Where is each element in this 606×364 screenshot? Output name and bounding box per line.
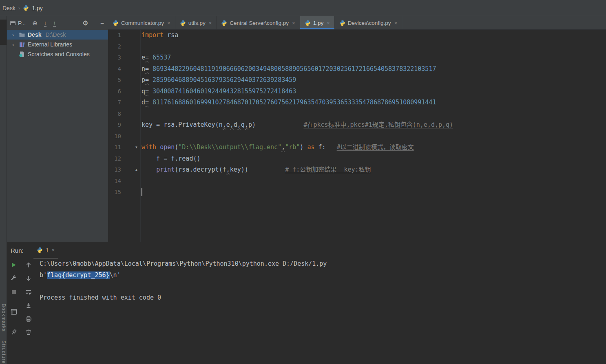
editor-tab[interactable]: 1.py× [300, 16, 335, 29]
tree-chevron-icon[interactable]: › [12, 32, 16, 38]
libraries-icon [19, 41, 25, 48]
stop-icon [10, 289, 18, 297]
line-number: 4 [108, 64, 121, 75]
fold-marker-icon[interactable]: ▾ [121, 142, 140, 153]
tree-item-label: External Libraries [28, 41, 72, 48]
arrow-down-icon[interactable] [25, 275, 33, 283]
gutter-separator [140, 30, 141, 242]
editor-tab[interactable]: Devices\config.py× [335, 16, 402, 29]
project-stripe-active-indicator[interactable] [0, 20, 7, 45]
line-number: 6 [108, 86, 121, 97]
fold-marker-icon[interactable]: ▴ [121, 164, 140, 176]
soft-wrap-icon[interactable] [25, 289, 33, 297]
line-number: 12 [108, 153, 121, 165]
tab-label: Central Server\config.py [230, 20, 289, 26]
project-selector[interactable]: P... [10, 20, 26, 26]
stripe-button-structure[interactable]: Structure [1, 340, 7, 364]
console-line: Process finished with exit code 0 [40, 292, 602, 304]
code-line: 7d= 811761688601699910278468701705276075… [108, 97, 606, 108]
line-number: 9 [108, 119, 121, 131]
tab-label: Communicator.py [121, 20, 164, 26]
line-number: 15 [108, 187, 121, 198]
python-file-icon [113, 20, 119, 26]
tab-label: utils.py [188, 20, 206, 26]
line-number: 2 [108, 41, 121, 53]
stripe-button-bookmarks[interactable]: Bookmarks [1, 304, 7, 332]
project-tree: ›DeskD:\Desk›External LibrariesScratches… [7, 30, 108, 59]
restore-layout-icon[interactable] [10, 308, 18, 316]
print-icon[interactable] [25, 315, 33, 324]
gutter-space [121, 75, 140, 86]
arrow-up-icon[interactable] [25, 261, 33, 269]
code-line: 8 [108, 108, 606, 120]
scratches-icon [19, 51, 25, 57]
editor-tab[interactable]: utils.py× [175, 16, 217, 29]
tab-close-icon[interactable]: × [209, 20, 212, 26]
code-line: 3e= 65537 [108, 52, 606, 64]
code-line: 2 [108, 41, 606, 53]
editor-body[interactable]: 1import rsa23e= 655374n= 869344822960481… [108, 30, 606, 242]
python-file-icon [305, 20, 311, 26]
tab-label: 1.py [313, 20, 324, 26]
editor-tabs: Communicator.py×utils.py×Central Server\… [108, 16, 606, 30]
project-tree-item[interactable]: Scratches and Consoles [7, 49, 108, 59]
line-number: 13 [108, 164, 121, 176]
wrench-icon[interactable] [10, 275, 18, 283]
python-file-icon [339, 20, 345, 26]
gutter-space [121, 153, 140, 165]
tree-chevron-icon[interactable]: › [12, 42, 16, 48]
tree-item-label: Desk [28, 31, 41, 38]
editor-tab[interactable]: Central Server\config.py× [217, 16, 300, 29]
collapse-all-icon[interactable]: ↓ [44, 20, 47, 26]
console-line: b'flag{decrypt_256}\n' [40, 270, 602, 281]
project-selector-label: P... [18, 20, 26, 26]
python-file-icon [37, 247, 43, 253]
code-line: 14 [108, 176, 606, 187]
line-number: 11 [108, 142, 121, 153]
gutter-space [121, 119, 140, 131]
run-header: Run: 1 × [7, 242, 606, 258]
code-line: 10 [108, 131, 606, 142]
expand-all-icon[interactable]: ↑ [53, 20, 56, 26]
hide-panel-icon[interactable]: − [100, 20, 104, 26]
code-line: 1import rsa [108, 30, 606, 41]
line-number: 3 [108, 52, 121, 64]
python-file-icon [23, 5, 29, 11]
tab-close-icon[interactable]: × [51, 247, 55, 253]
tab-close-icon[interactable]: × [292, 20, 295, 26]
python-file-icon [180, 20, 186, 26]
python-file-icon [221, 20, 227, 26]
pin-icon[interactable] [10, 329, 18, 337]
clear-console-icon[interactable] [25, 329, 33, 337]
code-line: 5p= 285960468890451637935629440372639283… [108, 75, 606, 86]
settings-gear-icon[interactable]: ⚙ [82, 20, 88, 26]
gutter-space [121, 176, 140, 187]
gutter-space [121, 187, 140, 198]
breadcrumb-folder[interactable]: Desk [2, 5, 15, 11]
project-tree-item[interactable]: ›DeskD:\Desk [7, 30, 108, 40]
tab-close-icon[interactable]: × [327, 20, 330, 26]
gutter-space [121, 52, 140, 64]
code-line: 12 f = f.read() [108, 153, 606, 165]
run-console[interactable]: C:\Users\0mobb\AppData\Local\Programs\Py… [40, 258, 602, 364]
rerun-icon[interactable] [10, 261, 18, 269]
code-line: 13▴ print(rsa.decrypt(f,key)) # f:公钥加密结果… [108, 164, 606, 176]
folder-icon [19, 31, 25, 38]
code-line: 15 [108, 187, 606, 198]
tab-close-icon[interactable]: × [394, 20, 398, 26]
text-caret [142, 188, 142, 196]
run-tab[interactable]: 1 × [33, 242, 58, 258]
gutter-space [121, 30, 140, 41]
editor-tab[interactable]: Communicator.py× [108, 16, 175, 29]
editor-region: Communicator.py×utils.py×Central Server\… [108, 16, 606, 242]
scroll-to-end-icon[interactable] [25, 302, 33, 310]
tree-item-label: Scratches and Consoles [28, 51, 90, 57]
project-tree-item[interactable]: ›External Libraries [7, 40, 108, 49]
tab-label: Devices\config.py [348, 20, 391, 26]
code-line: 4n= 869344822960481191906660620034948005… [108, 64, 606, 75]
tool-window-stripe: Bookmarks Structure [0, 16, 7, 364]
tab-close-icon[interactable]: × [167, 20, 170, 26]
gutter-space [121, 64, 140, 75]
breadcrumb-file[interactable]: 1.py [32, 5, 42, 11]
locate-file-icon[interactable]: ⊕ [32, 20, 38, 26]
